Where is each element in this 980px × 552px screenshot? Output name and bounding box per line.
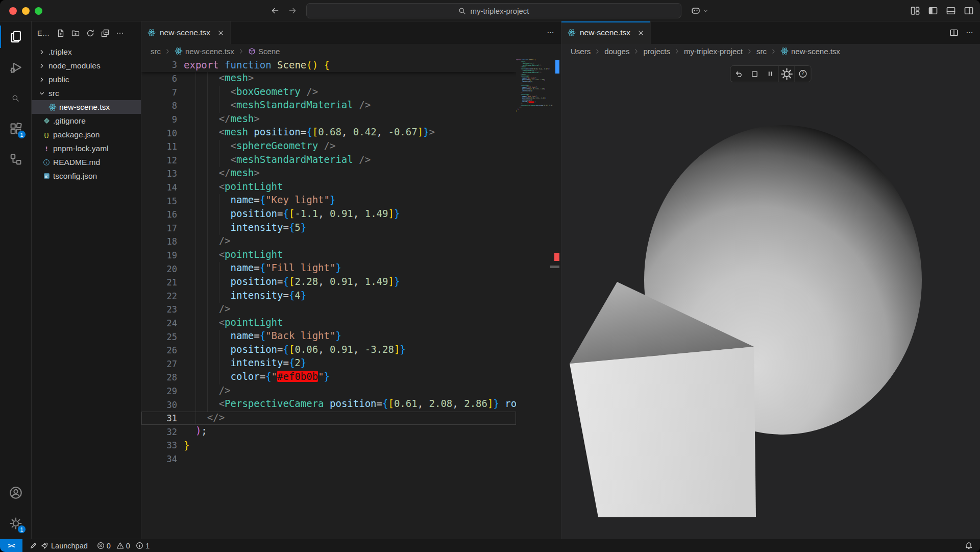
code-line-23[interactable]: 23/>: [141, 303, 516, 317]
tab-scene-new-scene[interactable]: new-scene.tsx: [561, 21, 651, 44]
minimap[interactable]: export function Scene() { <mesh> <boxGeo…: [516, 58, 553, 539]
code-line-34[interactable]: 34: [141, 452, 516, 466]
code-line-12[interactable]: 12<meshStandardMaterial />: [141, 154, 516, 167]
activity-item-run-debug[interactable]: [0, 52, 31, 83]
customize-layout-icon[interactable]: [910, 6, 920, 16]
breadcrumb-item-Users[interactable]: Users: [571, 47, 591, 56]
frame-button[interactable]: [747, 66, 763, 82]
remote-indicator[interactable]: ><: [0, 539, 22, 552]
code-token: <: [219, 181, 225, 192]
activity-item-settings[interactable]: 1: [0, 508, 31, 539]
code-line-18[interactable]: 18/>: [141, 235, 516, 249]
code-line-8[interactable]: 8<meshStandardMaterial />: [141, 99, 516, 113]
breadcrumb-item-src[interactable]: src: [756, 47, 767, 56]
tree-item-README.md[interactable]: README.md: [32, 155, 141, 169]
code-line-24[interactable]: 24<pointLight: [141, 317, 516, 330]
panel-right-icon[interactable]: [964, 6, 974, 16]
tab-new-scene[interactable]: new-scene.tsx: [141, 21, 231, 44]
code-line-21[interactable]: 21position={[2.28, 0.91, 1.49]}: [141, 276, 516, 290]
code-line-33[interactable]: 33}: [141, 439, 516, 452]
launchpad-button[interactable]: Launchpad: [30, 542, 88, 550]
code-line-29[interactable]: 29/>: [141, 385, 516, 398]
code-line-25[interactable]: 25name={"Back light"}: [141, 330, 516, 344]
code-line-6[interactable]: 6<mesh>: [141, 72, 516, 86]
undo-button[interactable]: [731, 66, 747, 82]
breadcrumb-item-new-scene.tsx[interactable]: new-scene.tsx: [780, 47, 840, 56]
tree-item-.gitignore[interactable]: .gitignore: [32, 114, 141, 128]
code-line-30[interactable]: 30<PerspectiveCamera position={[0.61, 2.…: [141, 398, 516, 412]
box-object[interactable]: [570, 347, 756, 517]
tree-item-package.json[interactable]: {}package.json: [32, 128, 141, 141]
code-line-14[interactable]: 14<pointLight: [141, 181, 516, 195]
tree-item-public[interactable]: public: [32, 73, 141, 86]
tree-item-src[interactable]: src: [32, 86, 141, 100]
refresh-icon[interactable]: [86, 29, 94, 37]
scene-viewport[interactable]: ?: [561, 58, 980, 539]
activity-item-account[interactable]: [0, 477, 31, 508]
code-line-16[interactable]: 16position={[-1.1, 0.91, 1.49]}: [141, 208, 516, 222]
breadcrumb-item-my-triplex-project[interactable]: my-triplex-project: [684, 47, 743, 56]
code-line-28[interactable]: 28color={"#ef0b0b"}: [141, 371, 516, 385]
activity-item-explorer[interactable]: [0, 21, 31, 52]
code-line-7[interactable]: 7<boxGeometry />: [141, 86, 516, 100]
command-center[interactable]: my-triplex-project: [306, 3, 681, 18]
code-line-26[interactable]: 26position={[0.06, 0.91, -3.28]}: [141, 344, 516, 357]
close-button[interactable]: [9, 7, 17, 15]
code-line-22[interactable]: 22intensity={4}: [141, 290, 516, 303]
code-line-31[interactable]: 31</>: [141, 412, 516, 425]
code-line-20[interactable]: 20name={"Fill light"}: [141, 262, 516, 276]
minimize-button[interactable]: [22, 7, 30, 15]
code-line-3[interactable]: 3export function Scene() {: [141, 58, 330, 72]
breadcrumb-item-douges[interactable]: douges: [604, 47, 629, 56]
zoom-button[interactable]: [35, 7, 42, 15]
code-editor[interactable]: 3export function Scene() { 6<mesh>7<boxG…: [141, 58, 561, 539]
scene-canvas[interactable]: [561, 58, 980, 539]
more-icon[interactable]: [116, 29, 124, 37]
scrollbar-handle[interactable]: [550, 266, 559, 268]
more-actions-icon[interactable]: ···: [547, 28, 554, 38]
close-icon[interactable]: [217, 30, 224, 36]
settings-button[interactable]: [779, 66, 795, 82]
tree-item-tsconfig.json[interactable]: tsconfig.json: [32, 169, 141, 183]
new-folder-icon[interactable]: [71, 29, 80, 37]
sticky-scroll-line[interactable]: 3export function Scene() {: [141, 58, 516, 72]
problems-button[interactable]: 0 0 1: [97, 542, 153, 550]
close-icon[interactable]: [638, 30, 644, 36]
bell-icon[interactable]: [965, 542, 973, 550]
more-actions-icon[interactable]: ···: [966, 28, 973, 38]
tree-item-pnpm-lock.yaml[interactable]: !pnpm-lock.yaml: [32, 141, 141, 155]
breadcrumb-item-projects[interactable]: projects: [643, 47, 670, 56]
help-button[interactable]: ?: [795, 66, 811, 82]
indent-guide: [207, 371, 219, 385]
code-token: ]: [388, 276, 394, 287]
code-token: sphereGeometry: [523, 70, 534, 71]
tree-item-.triplex[interactable]: .triplex: [32, 45, 141, 59]
code-line-19[interactable]: 19<pointLight: [141, 249, 516, 262]
code-line-27[interactable]: 27intensity={2}: [141, 357, 516, 371]
indent-guide: [207, 181, 219, 195]
back-icon[interactable]: [271, 6, 280, 15]
activity-item-extensions[interactable]: 1: [0, 113, 31, 144]
breadcrumb-item-Scene[interactable]: Scene: [248, 47, 280, 56]
code-line-17[interactable]: 17intensity={5}: [141, 222, 516, 235]
code-line-13[interactable]: 13</mesh>: [141, 167, 516, 181]
new-file-icon[interactable]: [57, 29, 65, 37]
split-editor-icon[interactable]: [949, 28, 959, 37]
collapse-all-icon[interactable]: [101, 29, 109, 37]
activity-item-hierarchy[interactable]: [0, 144, 31, 175]
code-line-32[interactable]: 32);: [141, 425, 516, 439]
code-line-10[interactable]: 10<mesh position={[0.68, 0.42, -0.67]}>: [141, 126, 516, 140]
copilot-button[interactable]: [690, 0, 708, 21]
tree-item-node_modules[interactable]: node_modules: [32, 59, 141, 73]
activity-item-search[interactable]: [0, 83, 31, 113]
code-line-9[interactable]: 9</mesh>: [141, 113, 516, 127]
breadcrumb-item-src[interactable]: src: [151, 47, 161, 56]
forward-icon[interactable]: [288, 6, 297, 15]
breadcrumb-item-new-scene.tsx[interactable]: new-scene.tsx: [175, 47, 234, 56]
pause-button[interactable]: [763, 66, 778, 82]
panel-bottom-icon[interactable]: [946, 6, 956, 16]
code-line-11[interactable]: 11<sphereGeometry />: [141, 140, 516, 154]
code-line-15[interactable]: 15name={"Key light"}: [141, 194, 516, 208]
panel-left-icon[interactable]: [928, 6, 938, 16]
tree-item-new-scene.tsx[interactable]: new-scene.tsx: [32, 100, 141, 114]
